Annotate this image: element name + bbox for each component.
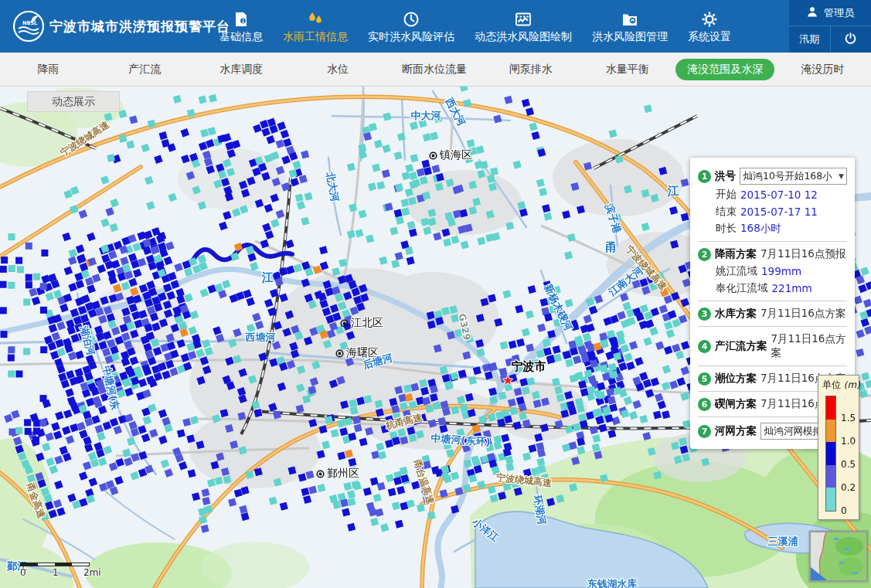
page: NBSL 宁波市城市洪涝预报预警平台 基础信息水雨工情信息实时洪水风险评估动态洪… xyxy=(0,0,871,588)
panel-label: 姚江流域 xyxy=(716,264,757,278)
panel-row: 1洪号灿鸿10号开始168小▼ xyxy=(698,168,847,185)
panel-select-洪号[interactable]: 灿鸿10号开始168小▼ xyxy=(740,168,847,185)
step-badge-5: 5 xyxy=(698,372,711,386)
panel-label: 结束 xyxy=(716,205,737,219)
panel-value: 7月11日16点方案 xyxy=(760,307,845,321)
user-block: 管理员 汛期 xyxy=(789,0,871,53)
panel-value: 221mm xyxy=(772,282,812,294)
panel-divider xyxy=(698,301,847,301)
step-badge-6: 6 xyxy=(698,398,711,411)
panel-select-value: 灿鸿河网模拟 xyxy=(764,425,822,438)
step-badge-3: 3 xyxy=(698,308,711,321)
subnav-item-降雨[interactable]: 降雨 xyxy=(0,63,97,76)
clock-icon xyxy=(403,9,420,28)
power-icon xyxy=(844,32,857,47)
panel-label: 产汇流方案 xyxy=(715,339,767,353)
legend-tick: 1.0 xyxy=(841,436,856,447)
nav-item-洪水风险图管理[interactable]: 洪水风险图管理 xyxy=(592,9,668,44)
subnav-item-断面水位流量[interactable]: 断面水位流量 xyxy=(386,63,483,76)
panel-value: 7月11日16点方案 xyxy=(771,332,848,360)
flood-season-button[interactable]: 汛期 xyxy=(789,26,830,52)
chart-window-icon xyxy=(515,9,532,28)
folder-lock-icon xyxy=(621,9,638,28)
main-nav: 基础信息水雨工情信息实时洪水风险评估动态洪水风险图绘制洪水风险图管理系统设置 xyxy=(219,0,731,53)
map-scale-bar: 012mi xyxy=(20,563,105,578)
nav-item-实时洪水风险评估[interactable]: 实时洪水风险评估 xyxy=(368,9,454,44)
panel-label: 水库方案 xyxy=(715,307,757,321)
legend-tick: 0 xyxy=(841,505,847,516)
panel-label: 潮位方案 xyxy=(715,372,757,386)
panel-row: 时长168小时 xyxy=(716,222,847,236)
subnav: 降雨产汇流水库调度水位断面水位流量闸泵排水水量平衡淹没范围及水深淹没历时 xyxy=(0,53,871,87)
legend-tick: 1.5 xyxy=(841,413,856,423)
panel-label: 奉化江流域 xyxy=(716,281,768,295)
subnav-item-label: 断面水位流量 xyxy=(402,63,467,75)
map-area[interactable]: 镇海区江北区海曙区鄞州区宁波市中大河西大河北大河滨子港江甬江南大河新杨木碶河江西… xyxy=(0,87,871,588)
nav-item-基础信息[interactable]: 基础信息 xyxy=(219,9,263,44)
scale-label: 2mi xyxy=(83,567,101,578)
panel-row: 姚江流域199mm xyxy=(716,264,847,278)
app-header: NBSL 宁波市城市洪涝预报预警平台 基础信息水雨工情信息实时洪水风险评估动态洪… xyxy=(0,0,871,53)
subnav-item-淹没历时[interactable]: 淹没历时 xyxy=(774,63,871,76)
nav-item-label: 系统设置 xyxy=(688,30,731,44)
panel-row: 结束2015-07-17 11 xyxy=(716,205,847,219)
page-title: 宁波市城市洪涝预报预警平台 xyxy=(49,18,230,36)
step-badge-4: 4 xyxy=(698,340,711,353)
panel-row: 4产汇流方案7月11日16点方案 xyxy=(698,332,847,360)
subnav-item-label: 淹没历时 xyxy=(801,63,845,75)
gear-icon xyxy=(701,9,718,28)
panel-select-value: 灿鸿10号开始168小 xyxy=(743,170,832,183)
panel-label: 碶闸方案 xyxy=(715,397,757,411)
subnav-item-闸泵排水[interactable]: 闸泵排水 xyxy=(482,63,579,76)
nav-item-动态洪水风险图绘制[interactable]: 动态洪水风险图绘制 xyxy=(475,9,572,44)
scale-label: 1 xyxy=(53,567,59,578)
panel-value: 199mm xyxy=(761,265,801,277)
doc-info-icon xyxy=(233,9,250,28)
nav-item-label: 实时洪水风险评估 xyxy=(368,30,454,44)
subnav-item-水量平衡[interactable]: 水量平衡 xyxy=(579,63,675,76)
scale-labels: 012mi xyxy=(20,567,105,578)
panel-label: 开始 xyxy=(716,188,737,202)
overview-minimap[interactable] xyxy=(809,531,868,582)
dynamic-display-button[interactable]: 动态展示 xyxy=(27,91,120,112)
panel-label: 洪号 xyxy=(715,169,736,183)
panel-label: 河网方案 xyxy=(715,424,757,438)
subnav-item-水位[interactable]: 水位 xyxy=(290,63,386,76)
step-badge-1: 1 xyxy=(698,170,711,183)
nav-item-label: 动态洪水风险图绘制 xyxy=(475,30,572,44)
subnav-item-label: 产汇流 xyxy=(128,63,161,75)
panel-row: 奉化江流域221mm xyxy=(716,281,847,295)
step-badge-2: 2 xyxy=(698,248,711,261)
subnav-item-产汇流[interactable]: 产汇流 xyxy=(97,63,193,76)
panel-label: 时长 xyxy=(716,222,737,236)
nav-item-label: 洪水风险图管理 xyxy=(592,30,668,44)
panel-divider xyxy=(698,241,847,242)
user-menu[interactable]: 管理员 xyxy=(789,0,871,26)
water-drops-icon xyxy=(307,9,324,28)
nav-item-系统设置[interactable]: 系统设置 xyxy=(688,9,731,44)
subnav-item-label: 闸泵排水 xyxy=(509,63,553,75)
scale-bar-segments xyxy=(20,563,90,566)
panel-row: 开始2015-07-10 12 xyxy=(716,188,847,202)
user-icon xyxy=(806,5,818,20)
legend-tick: 0.5 xyxy=(841,459,856,470)
legend-tick: 0.2 xyxy=(841,482,856,493)
scale-label: 0 xyxy=(20,567,26,578)
depth-legend: 单位 (m) 1.51.00.50.20 xyxy=(818,375,859,520)
panel-row: 2降雨方案7月11日16点预报 xyxy=(698,247,847,261)
legend-ticks: 1.51.00.50.20 xyxy=(818,376,859,519)
caret-down-icon: ▼ xyxy=(839,172,844,180)
subnav-item-label: 水位 xyxy=(327,63,349,75)
subnav-item-淹没范围及水深[interactable]: 淹没范围及水深 xyxy=(675,59,774,80)
subnav-item-水库调度[interactable]: 水库调度 xyxy=(193,63,290,76)
panel-divider xyxy=(698,365,847,366)
panel-value: 2015-07-17 11 xyxy=(740,206,818,218)
panel-value: 7月11日16点预报 xyxy=(760,247,845,261)
panel-value: 2015-07-10 12 xyxy=(740,189,818,201)
panel-divider xyxy=(698,326,847,327)
svg-text:NBSL: NBSL xyxy=(22,20,37,26)
nav-item-label: 水雨工情信息 xyxy=(283,30,348,44)
logout-button[interactable] xyxy=(830,26,871,52)
nav-item-水雨工情信息[interactable]: 水雨工情信息 xyxy=(283,9,348,44)
panel-label: 降雨方案 xyxy=(715,247,757,261)
